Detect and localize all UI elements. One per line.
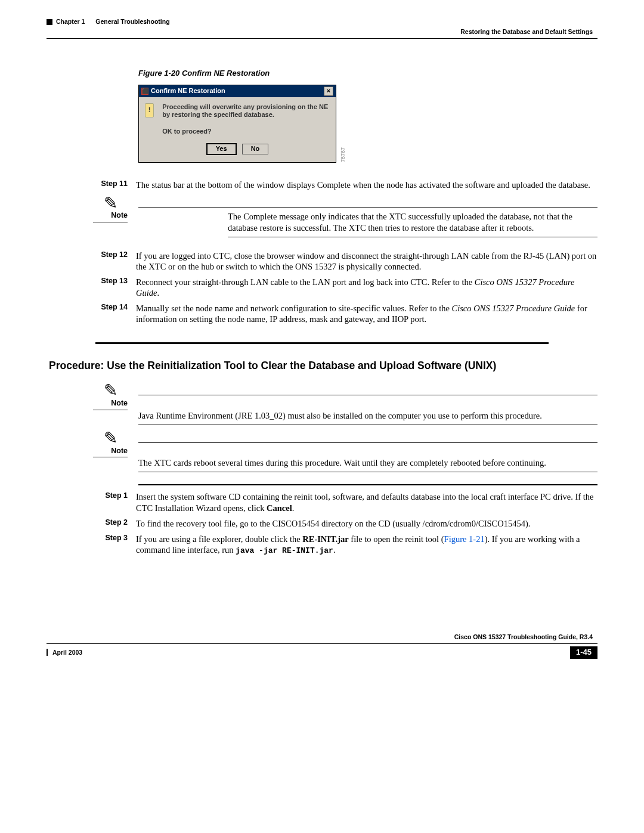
proc-step-1-text: Insert the system software CD containing…	[136, 491, 597, 513]
dialog-title-text: Confirm NE Restoration	[151, 87, 225, 94]
section-divider	[95, 342, 549, 344]
proc-step-2-label: Step 2	[93, 518, 128, 528]
step-14-label: Step 14	[93, 303, 128, 312]
dialog-confirm-ne-restoration: ⬛Confirm NE Restoration × ! Proceeding w…	[138, 85, 597, 163]
step-13-text: Reconnect your straight-through LAN cabl…	[136, 277, 597, 298]
step-12-label: Step 12	[93, 250, 128, 260]
steps-divider	[138, 484, 597, 485]
note-label: Note	[93, 399, 128, 410]
step-11-text: The status bar at the bottom of the wind…	[136, 179, 597, 190]
no-button[interactable]: No	[242, 144, 269, 154]
proc-step-3-label: Step 3	[93, 534, 128, 543]
step-12-text: If you are logged into CTC, close the br…	[136, 250, 597, 272]
proc-step-1-label: Step 1	[93, 491, 128, 501]
figure-link[interactable]: Figure 1-21	[444, 534, 485, 544]
dialog-message-1: Proceeding will overwrite any provisioni…	[162, 103, 330, 120]
step-14-text: Manually set the node name and network c…	[136, 303, 597, 324]
close-icon[interactable]: ×	[324, 86, 333, 96]
chapter-title: General Troubleshooting	[95, 18, 169, 26]
section-title: Restoring the Database and Default Setti…	[460, 28, 593, 36]
page-footer: Cisco ONS 15327 Troubleshooting Guide, R…	[47, 633, 597, 658]
yes-button[interactable]: Yes	[206, 143, 237, 155]
proc-note1-text: Java Runtime Environment (JRE 1.03_02) m…	[138, 410, 597, 425]
figure-caption: Figure 1-20 Confirm NE Restoration	[138, 69, 597, 78]
footer-doc: Cisco ONS 15327 Troubleshooting Guide, R…	[454, 633, 593, 641]
note-label: Note	[93, 211, 128, 222]
page-number: 1-45	[570, 646, 597, 658]
proc-note2-text: The XTC cards reboot several times durin…	[138, 457, 597, 472]
figure-refno: 78767	[340, 145, 346, 162]
note-label: Note	[93, 447, 128, 458]
warning-icon: !	[145, 103, 154, 117]
proc-step-3-text: If you are using a file explorer, double…	[136, 534, 597, 556]
header-bar: Chapter 1 General Troubleshooting	[47, 18, 597, 26]
header-marker	[47, 19, 52, 25]
note-text: The Complete message only indicates that…	[228, 211, 597, 237]
step-13-label: Step 13	[93, 277, 128, 286]
dialog-icon: ⬛	[141, 88, 148, 95]
step-11-label: Step 11	[93, 179, 128, 189]
proc-step-2-text: To find the recovery tool file, go to th…	[136, 518, 597, 529]
dialog-message-2: OK to proceed?	[162, 128, 330, 136]
chapter-label: Chapter 1	[56, 18, 85, 26]
procedure-title: Procedure: Use the Reinitialization Tool…	[49, 360, 597, 373]
footer-date: April 2003	[52, 649, 82, 657]
